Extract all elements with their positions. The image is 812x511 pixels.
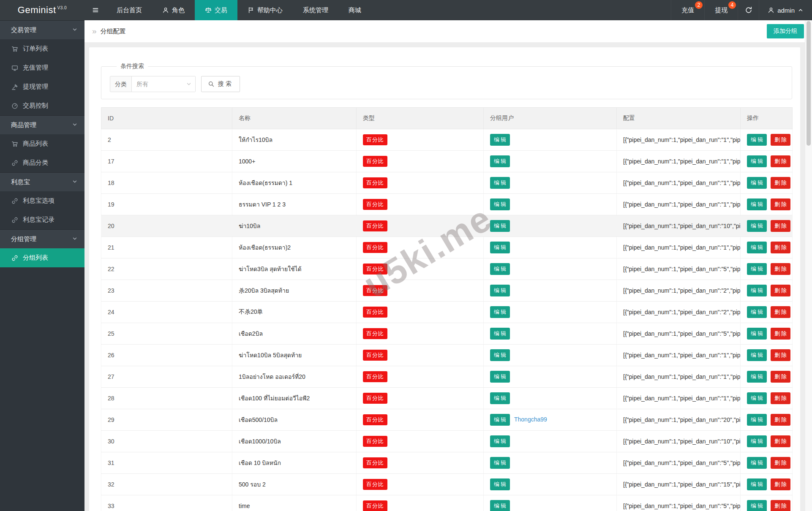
search-button[interactable]: 搜索 bbox=[201, 76, 240, 92]
group-user-edit-button[interactable]: 编辑 bbox=[490, 435, 510, 447]
group-user-edit-button[interactable]: 编辑 bbox=[490, 220, 510, 232]
sidebar-group-group-mgmt[interactable]: 分组管理 bbox=[0, 229, 84, 248]
admin-menu[interactable]: admin bbox=[759, 0, 812, 20]
row-edit-button[interactable]: 编辑 bbox=[747, 177, 767, 189]
row-edit-button[interactable]: 编辑 bbox=[747, 371, 767, 383]
table-row: 26ฆ่าโหด10บิล 5บิลสุดท้าย百分比编辑[{"pipei_d… bbox=[101, 345, 793, 366]
row-delete-button[interactable]: 删除 bbox=[771, 242, 790, 253]
row-edit-button[interactable]: 编辑 bbox=[747, 414, 767, 426]
nav-item-role[interactable]: 角色 bbox=[152, 0, 195, 20]
sidebar-item-group-list[interactable]: 分组列表 bbox=[0, 248, 84, 267]
group-user-edit-button[interactable]: 编辑 bbox=[490, 177, 510, 189]
type-badge: 百分比 bbox=[363, 328, 387, 339]
sidebar-group-lixibao[interactable]: 利息宝 bbox=[0, 172, 84, 191]
row-delete-button[interactable]: 删除 bbox=[771, 220, 790, 232]
row-delete-button[interactable]: 删除 bbox=[771, 392, 790, 404]
sidebar-group-goods-mgmt[interactable]: 商品管理 bbox=[0, 115, 84, 134]
type-badge: 百分比 bbox=[363, 479, 387, 490]
row-delete-button[interactable]: 删除 bbox=[771, 371, 790, 383]
row-delete-button[interactable]: 删除 bbox=[771, 500, 790, 511]
nav-item-mall[interactable]: 商城 bbox=[338, 0, 371, 20]
card-icon bbox=[11, 65, 18, 71]
row-edit-button[interactable]: 编辑 bbox=[747, 457, 767, 469]
row-edit-button[interactable]: 编辑 bbox=[747, 328, 767, 340]
row-edit-button[interactable]: 编辑 bbox=[747, 242, 767, 253]
row-edit-button[interactable]: 编辑 bbox=[747, 306, 767, 318]
nav-item-trade[interactable]: 交易 bbox=[195, 0, 237, 20]
row-name: time bbox=[232, 495, 357, 511]
nav-item-home[interactable]: 后台首页 bbox=[106, 0, 152, 20]
row-delete-button[interactable]: 删除 bbox=[771, 457, 790, 469]
row-delete-button[interactable]: 删除 bbox=[771, 285, 790, 296]
row-edit-button[interactable]: 编辑 bbox=[747, 263, 767, 275]
nav-chip-label: 充值 bbox=[681, 6, 694, 14]
sidebar-toggle-button[interactable] bbox=[84, 0, 106, 20]
group-user-edit-button[interactable]: 编辑 bbox=[490, 285, 510, 296]
sidebar-item-goods-list[interactable]: 商品列表 bbox=[0, 134, 84, 153]
row-edit-button[interactable]: 编辑 bbox=[747, 155, 767, 167]
group-user-edit-button[interactable]: 编辑 bbox=[490, 328, 510, 340]
group-user-edit-button[interactable]: 编辑 bbox=[490, 414, 510, 426]
group-user-edit-button[interactable]: 编辑 bbox=[490, 392, 510, 404]
user-icon bbox=[162, 7, 169, 14]
group-user-edit-button[interactable]: 编辑 bbox=[490, 306, 510, 318]
vertical-scrollbar[interactable] bbox=[805, 20, 812, 511]
row-config: [{"pipei_dan_num":1,"pipei_dan_run":"1",… bbox=[617, 237, 741, 258]
group-user-edit-button[interactable]: 编辑 bbox=[490, 198, 510, 210]
nav-item-system[interactable]: 系统管理 bbox=[293, 0, 338, 20]
nav-chip-withdraw[interactable]: 提现4 bbox=[704, 0, 738, 20]
table-row: 171000+百分比编辑[{"pipei_dan_num":1,"pipei_d… bbox=[101, 151, 793, 172]
row-edit-button[interactable]: 编辑 bbox=[747, 349, 767, 361]
row-edit-button[interactable]: 编辑 bbox=[747, 392, 767, 404]
row-name: 1บิลอย่างโหด ออเดอร์ที่20 bbox=[232, 366, 357, 388]
sidebar-item-withdraw-mgmt[interactable]: 提现管理 bbox=[0, 77, 84, 96]
row-delete-button[interactable]: 删除 bbox=[771, 328, 790, 340]
group-user-edit-button[interactable]: 编辑 bbox=[490, 457, 510, 469]
sidebar-item-label: 提现管理 bbox=[23, 83, 48, 91]
add-group-button[interactable]: 添加分组 bbox=[767, 24, 804, 38]
nav-chip-recharge[interactable]: 充值2 bbox=[671, 0, 704, 20]
category-select[interactable]: 所有 bbox=[132, 76, 195, 92]
group-user-edit-button[interactable]: 编辑 bbox=[490, 478, 510, 490]
row-delete-button[interactable]: 删除 bbox=[771, 306, 790, 318]
group-user-edit-button[interactable]: 编辑 bbox=[490, 263, 510, 275]
scrollbar-thumb[interactable] bbox=[807, 21, 811, 146]
sidebar-item-recharge-mgmt[interactable]: 充值管理 bbox=[0, 58, 84, 77]
sidebar-group-trade-mgmt[interactable]: 交易管理 bbox=[0, 20, 84, 39]
row-edit-button[interactable]: 编辑 bbox=[747, 220, 767, 232]
group-user-link[interactable]: Thongcha99 bbox=[514, 416, 547, 423]
group-user-edit-button[interactable]: 编辑 bbox=[490, 134, 510, 146]
row-edit-button[interactable]: 编辑 bbox=[747, 500, 767, 511]
group-user-edit-button[interactable]: 编辑 bbox=[490, 242, 510, 253]
row-edit-button[interactable]: 编辑 bbox=[747, 435, 767, 447]
sidebar-item-goods-category[interactable]: 商品分类 bbox=[0, 153, 84, 172]
sidebar-item-order-list[interactable]: 订单列表 bbox=[0, 39, 84, 58]
group-user-edit-button[interactable]: 编辑 bbox=[490, 371, 510, 383]
row-delete-button[interactable]: 删除 bbox=[771, 177, 790, 189]
chevron-down-icon bbox=[72, 236, 78, 242]
row-delete-button[interactable]: 删除 bbox=[771, 134, 790, 146]
table-row: 2ให้กำไร10บิล百分比编辑[{"pipei_dan_num":1,"p… bbox=[101, 129, 793, 151]
refresh-button[interactable] bbox=[738, 0, 759, 20]
sidebar-item-lixibao-options[interactable]: 利息宝选项 bbox=[0, 191, 84, 210]
row-delete-button[interactable]: 删除 bbox=[771, 263, 790, 275]
row-edit-button[interactable]: 编辑 bbox=[747, 198, 767, 210]
sidebar-item-trade-control[interactable]: 交易控制 bbox=[0, 96, 84, 115]
row-name: เชือด1000/10บิล bbox=[232, 431, 357, 452]
type-badge: 百分比 bbox=[363, 285, 387, 296]
row-edit-button[interactable]: 编辑 bbox=[747, 134, 767, 146]
group-user-edit-button[interactable]: 编辑 bbox=[490, 155, 510, 167]
row-name: ห้องเชือด(ธรรมดา)2 bbox=[232, 237, 357, 258]
row-edit-button[interactable]: 编辑 bbox=[747, 478, 767, 490]
row-delete-button[interactable]: 删除 bbox=[771, 435, 790, 447]
row-delete-button[interactable]: 删除 bbox=[771, 349, 790, 361]
row-delete-button[interactable]: 删除 bbox=[771, 478, 790, 490]
group-user-edit-button[interactable]: 编辑 bbox=[490, 349, 510, 361]
nav-item-help[interactable]: 帮助中心 bbox=[237, 0, 293, 20]
group-user-edit-button[interactable]: 编辑 bbox=[490, 500, 510, 511]
row-delete-button[interactable]: 删除 bbox=[771, 155, 790, 167]
sidebar-item-lixibao-records[interactable]: 利息宝记录 bbox=[0, 210, 84, 229]
row-delete-button[interactable]: 删除 bbox=[771, 198, 790, 210]
row-delete-button[interactable]: 删除 bbox=[771, 414, 790, 426]
row-edit-button[interactable]: 编辑 bbox=[747, 285, 767, 296]
